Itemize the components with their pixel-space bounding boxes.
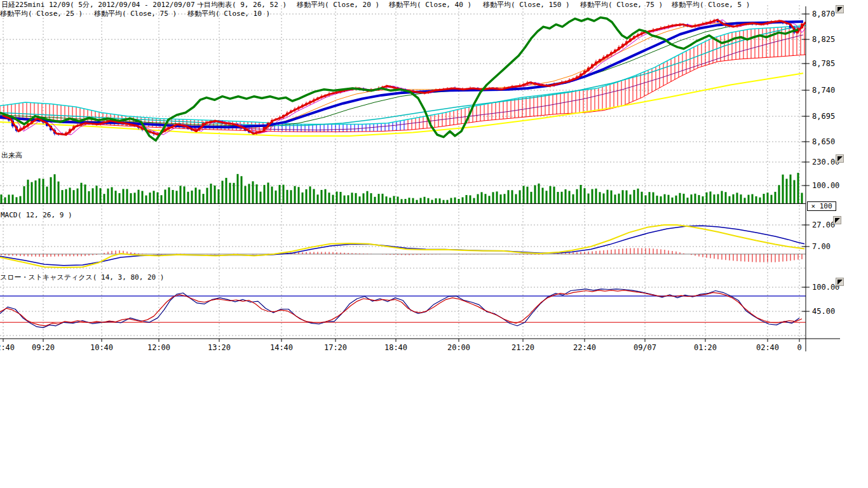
time-tick-label: 02:40 (756, 343, 779, 352)
time-tick-label: 14:40 (270, 343, 293, 352)
stoch-d-line (0, 289, 799, 328)
time-tick-label: 02:40 (0, 343, 15, 352)
gridlines (0, 5, 806, 339)
ma75-line (0, 27, 803, 125)
stoch-panel-scale-button[interactable] (836, 278, 844, 286)
legend-item: 移動平均( Close, 5 ) (672, 1, 750, 10)
legend-item: 日経225mini 12/09( 5分, 2012/09/04 - 2012/0… (1, 1, 203, 10)
time-tick-label: 09/07 (634, 343, 656, 352)
triangle-icon (835, 218, 840, 223)
legend-item: 移動平均( Close, 10 ) (187, 10, 270, 18)
time-tick-label: 01:20 (694, 343, 717, 352)
triangle-icon (837, 280, 843, 285)
stochastics-panel (0, 289, 806, 328)
axis-tick-label: 8,785 (812, 59, 835, 68)
ma150-line (0, 73, 803, 136)
legend-item: 移動平均( Close, 150 ) (483, 1, 570, 10)
axis-tick-label: 8,825 (812, 35, 835, 44)
macd-panel-scale-button[interactable] (833, 216, 841, 224)
macd-panel-label: MACD( 12, 26, 9 ) (1, 211, 72, 219)
time-tick-label: 10:40 (90, 343, 113, 352)
price-panel-scale-button[interactable] (836, 5, 844, 13)
triangle-icon (837, 7, 843, 12)
time-tick-label: 22:40 (573, 343, 596, 352)
time-tick-label: 0 (797, 343, 801, 352)
volume-panel (0, 173, 806, 204)
legend-item: 移動平均( Close, 75 ) (580, 1, 663, 10)
chart-window: 8,8708,8258,7858,7408,6958,650230.00100.… (0, 0, 868, 488)
time-tick-label: 18:40 (384, 343, 407, 352)
macd-signal-line (0, 226, 804, 266)
axis-tick-label: 8,695 (812, 112, 835, 121)
price-panel (0, 18, 811, 141)
time-tick-label: 20:00 (447, 343, 470, 352)
time-tick-label: 17:20 (324, 343, 347, 352)
legend-item: 移動平均( Close, 75 ) (94, 10, 177, 18)
ma5-line (3, 20, 806, 135)
time-tick-label: 12:00 (147, 343, 170, 352)
axis-tick-label: 8,740 (812, 86, 835, 95)
time-tick-label: 09:20 (32, 343, 55, 352)
legend-item: 移動平均( Close, 25 ) (0, 10, 83, 18)
axis-tick-label: 8,650 (812, 137, 835, 146)
stoch-k-line (0, 290, 802, 326)
axis-tick-label: 7.00 (812, 242, 831, 251)
stoch-panel-label: スロー・ストキャスティクス( 14, 3, 80, 20 ) (0, 273, 164, 281)
axis-tick-label: 100.00 (812, 181, 839, 190)
triangle-icon (837, 156, 843, 161)
legend-item: 一目均衡表( 9, 26, 52 ) (197, 1, 287, 10)
legend-item: 移動平均( Close, 40 ) (389, 1, 471, 10)
axes: 8,8708,8258,7858,7408,6958,650230.00100.… (0, 6, 840, 352)
time-tick-label: 13:20 (208, 343, 231, 352)
axis-tick-label: 8,870 (812, 10, 835, 18)
axis-tick-label: 27.00 (812, 220, 835, 229)
chart-canvas: 8,8708,8258,7858,7408,6958,650230.00100.… (0, 0, 868, 356)
legend-item: 移動平均( Close, 20 ) (297, 1, 379, 10)
volume-panel-scale-button[interactable] (836, 154, 844, 163)
volume-multiplier-badge: × 100 (807, 201, 836, 211)
axis-tick-label: 45.00 (812, 307, 835, 316)
ichimoku-span-upper (0, 25, 806, 124)
volume-panel-label: 出来高 (1, 151, 22, 159)
time-tick-label: 21:20 (512, 343, 534, 352)
